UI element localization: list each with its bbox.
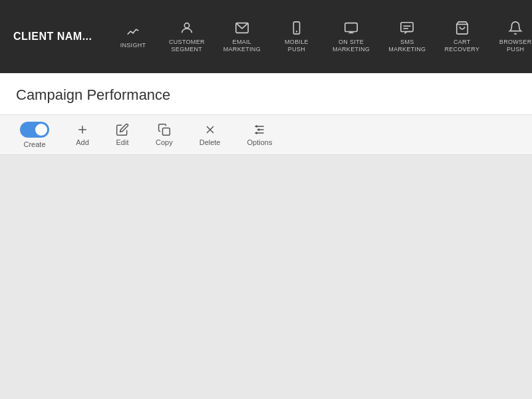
add-icon (76, 123, 89, 136)
app-container: CLIENT NAM... INSIGHT CUSTOMERSEGMENT (0, 0, 532, 399)
nav-items: INSIGHT CUSTOMERSEGMENT EMAILMARKETING (106, 0, 532, 73)
options-icon (253, 123, 266, 136)
add-button[interactable]: Add (63, 115, 102, 154)
nav-label-on-site-marketing: ON SITEMARKETING (332, 39, 370, 53)
email-marketing-icon (235, 21, 249, 35)
svg-rect-13 (162, 128, 170, 136)
add-label: Add (76, 138, 89, 146)
svg-point-19 (256, 125, 258, 127)
create-toggle[interactable] (20, 122, 49, 138)
svg-point-20 (258, 128, 260, 130)
page-title: Campaign Performance (16, 86, 516, 104)
main-content: Campaign Performance Create Add (0, 73, 532, 399)
edit-label: Edit (116, 138, 129, 146)
brand-logo[interactable]: CLIENT NAM... (0, 31, 106, 43)
brand-name: CLIENT NAM... (13, 31, 92, 43)
svg-rect-4 (345, 23, 357, 31)
mobile-push-icon (289, 21, 304, 35)
edit-button[interactable]: Edit (102, 115, 142, 154)
nav-label-customer-segment: CUSTOMERSEGMENT (169, 39, 205, 53)
content-header: Campaign Performance (0, 73, 532, 115)
top-nav: CLIENT NAM... INSIGHT CUSTOMERSEGMENT (0, 0, 532, 73)
delete-label: Delete (200, 138, 221, 146)
svg-point-0 (184, 23, 189, 27)
nav-item-cart-recovery[interactable]: CARTRECOVERY (435, 0, 489, 73)
insight-icon (126, 24, 140, 39)
copy-label: Copy (156, 138, 173, 146)
nav-item-mobile-push[interactable]: MOBILEPUSH (270, 0, 323, 73)
delete-button[interactable]: Delete (186, 115, 234, 154)
edit-icon (116, 123, 129, 136)
nav-item-customer-segment[interactable]: CUSTOMERSEGMENT (160, 0, 214, 73)
nav-label-mobile-push: MOBILEPUSH (285, 39, 309, 53)
on-site-marketing-icon (344, 21, 358, 35)
copy-icon (158, 123, 171, 136)
nav-label-browser-push: BROWSERPUSH (499, 39, 532, 53)
toolbar: Create Add Edit (0, 115, 532, 155)
nav-label-cart-recovery: CARTRECOVERY (444, 39, 479, 53)
nav-label-sms-marketing: SMSMARKETING (388, 39, 426, 53)
nav-item-insight[interactable]: INSIGHT (106, 0, 160, 73)
create-toggle-wrapper[interactable]: Create (7, 115, 63, 154)
browser-push-icon (508, 21, 523, 35)
svg-point-21 (256, 132, 258, 134)
nav-label-email-marketing: EMAILMARKETING (223, 39, 261, 53)
nav-item-sms-marketing[interactable]: SMSMARKETING (379, 0, 435, 73)
content-body (0, 155, 532, 399)
delete-icon (203, 123, 217, 136)
nav-item-email-marketing[interactable]: EMAILMARKETING (214, 0, 270, 73)
cart-recovery-icon (455, 21, 469, 35)
copy-button[interactable]: Copy (142, 115, 186, 154)
customer-segment-icon (180, 21, 194, 35)
svg-rect-7 (401, 22, 413, 31)
nav-label-insight: INSIGHT (120, 42, 146, 49)
create-label: Create (23, 140, 45, 148)
options-label: Options (247, 138, 272, 146)
options-button[interactable]: Options (233, 115, 285, 154)
sms-marketing-icon (400, 21, 414, 35)
nav-item-on-site-marketing[interactable]: ON SITEMARKETING (323, 0, 379, 73)
nav-item-browser-push[interactable]: BROWSERPUSH (489, 0, 532, 73)
